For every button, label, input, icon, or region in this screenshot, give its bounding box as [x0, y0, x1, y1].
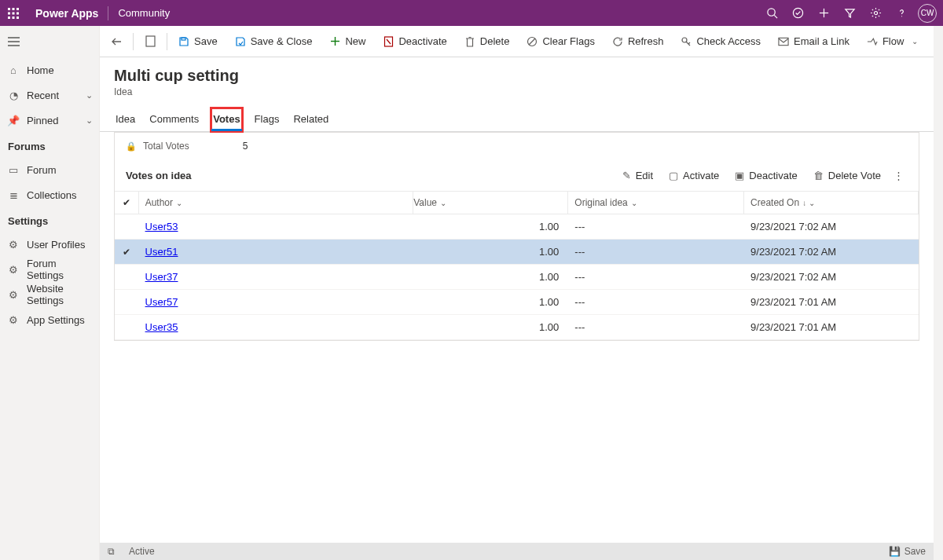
search-icon[interactable] — [759, 0, 785, 26]
save-close-button[interactable]: Save & Close — [227, 29, 321, 54]
nav-pinned[interactable]: 📌Pinned⌄ — [0, 108, 99, 133]
email-link-button[interactable]: Email a Link — [770, 29, 857, 54]
settings-gear-icon[interactable] — [863, 0, 889, 26]
nav-label: Website Settings — [27, 283, 93, 306]
environment-name[interactable]: Community — [108, 7, 179, 19]
cell-value: 1.00 — [413, 214, 568, 239]
refresh-button[interactable]: Refresh — [604, 29, 672, 54]
delete-button[interactable]: Delete — [457, 29, 518, 54]
table-row[interactable]: User371.00---9/23/2021 7:02 AM — [115, 265, 919, 290]
nav-recent[interactable]: ◔Recent⌄ — [0, 82, 99, 108]
cell-author: User35 — [139, 315, 414, 339]
author-link[interactable]: User51 — [145, 246, 178, 258]
col-created-on[interactable]: Created On ↓ ⌄ — [744, 192, 919, 214]
pencil-icon: ✎ — [622, 170, 631, 181]
help-icon[interactable] — [889, 0, 915, 26]
right-scrollbar[interactable] — [934, 26, 943, 560]
check-access-button[interactable]: Check Access — [673, 29, 769, 54]
nav-home[interactable]: ⌂Home — [0, 57, 99, 82]
back-button[interactable] — [103, 29, 130, 54]
nav-app-settings[interactable]: ⚙App Settings — [0, 307, 99, 332]
gear-icon: ⚙ — [8, 289, 19, 301]
clear-flags-button[interactable]: Clear Flags — [519, 29, 602, 54]
assistant-icon[interactable] — [785, 0, 811, 26]
row-select[interactable]: ✔ — [115, 240, 139, 264]
grid-header: ✔ Author⌄ Value⌄ Original idea⌄ Created … — [115, 191, 919, 214]
gear-icon: ⚙ — [8, 239, 19, 251]
cmd-label: Delete — [480, 35, 510, 47]
cell-author: User37 — [139, 265, 414, 289]
edit-button[interactable]: ✎Edit — [615, 163, 661, 188]
cmd-label: Clear Flags — [542, 35, 594, 47]
activate-button[interactable]: ▢Activate — [661, 163, 727, 188]
nav-user-profiles[interactable]: ⚙User Profiles — [0, 232, 99, 257]
cmd-label: Flow — [882, 35, 904, 47]
tab-votes[interactable]: Votes — [211, 108, 241, 131]
cell-original-idea: --- — [568, 240, 744, 264]
row-select[interactable] — [115, 290, 139, 314]
cell-author: User53 — [139, 214, 414, 239]
author-link[interactable]: User37 — [145, 271, 178, 283]
pin-icon: 📌 — [8, 115, 19, 126]
nav-website-settings[interactable]: ⚙Website Settings — [0, 282, 99, 307]
nav-forum[interactable]: ▭Forum — [0, 157, 99, 182]
table-row[interactable]: User351.00---9/23/2021 7:01 AM — [115, 315, 919, 340]
tab-flags[interactable]: Flags — [253, 108, 281, 131]
new-button[interactable]: New — [321, 29, 373, 54]
save-button[interactable]: Save — [171, 29, 226, 54]
svg-rect-7 — [12, 16, 14, 19]
filter-icon[interactable] — [837, 0, 863, 26]
col-original-idea[interactable]: Original idea⌄ — [568, 192, 744, 214]
list-icon: ≣ — [8, 189, 19, 201]
row-select[interactable] — [115, 265, 139, 289]
nav-forum-settings[interactable]: ⚙Forum Settings — [0, 257, 99, 282]
deactivate-grid-button[interactable]: ▣Deactivate — [727, 163, 805, 188]
votes-card: 🔒 Total Votes 5 Votes on idea ✎Edit ▢Act… — [114, 132, 919, 341]
flow-button[interactable]: Flow⌄ — [859, 29, 926, 54]
tab-related[interactable]: Related — [292, 108, 330, 131]
svg-point-14 — [874, 11, 877, 14]
forum-icon: ▭ — [8, 164, 19, 176]
cell-created-on: 9/23/2021 7:02 AM — [744, 240, 919, 264]
user-avatar[interactable]: CW — [918, 4, 937, 23]
author-link[interactable]: User57 — [145, 296, 178, 308]
col-select[interactable]: ✔ — [115, 192, 139, 214]
row-select[interactable] — [115, 315, 139, 339]
table-row[interactable]: ✔User511.00---9/23/2021 7:02 AM — [115, 240, 919, 265]
waffle-icon[interactable] — [0, 0, 26, 26]
sort-desc-icon: ↓ ⌄ — [802, 199, 815, 207]
row-select[interactable] — [115, 214, 139, 239]
nav-collections[interactable]: ≣Collections — [0, 182, 99, 207]
content-area: 🔒 Total Votes 5 Votes on idea ✎Edit ▢Act… — [100, 132, 934, 543]
cmd-label: Save & Close — [251, 35, 313, 47]
more-commands-icon[interactable]: ⋮ — [889, 170, 908, 181]
deactivate-button[interactable]: Deactivate — [375, 29, 454, 54]
check-icon: ✔ — [123, 197, 130, 208]
nav-label: User Profiles — [27, 239, 93, 251]
hamburger-icon[interactable] — [0, 26, 99, 57]
nav-label: App Settings — [27, 314, 93, 326]
clock-icon: ◔ — [8, 90, 19, 101]
trash-icon — [464, 36, 475, 47]
cmd-label: Deactivate — [398, 35, 446, 47]
tab-idea[interactable]: Idea — [114, 108, 137, 131]
col-value[interactable]: Value⌄ — [413, 192, 568, 214]
open-record-set-button[interactable] — [137, 29, 163, 54]
cell-original-idea: --- — [568, 290, 744, 314]
svg-point-15 — [901, 16, 902, 16]
author-link[interactable]: User35 — [145, 321, 178, 333]
add-icon[interactable] — [811, 0, 837, 26]
main-region: Save Save & Close New Deactivate Delete … — [100, 26, 934, 560]
table-row[interactable]: User531.00---9/23/2021 7:02 AM — [115, 214, 919, 240]
table-row[interactable]: User571.00---9/23/2021 7:01 AM — [115, 290, 919, 315]
plus-icon — [329, 36, 340, 46]
popout-icon[interactable]: ⧉ — [108, 546, 115, 557]
cmd-label: New — [345, 35, 365, 47]
col-author[interactable]: Author⌄ — [139, 192, 414, 214]
activate-icon: ▢ — [669, 170, 678, 181]
author-link[interactable]: User53 — [145, 221, 178, 232]
save-footer-button[interactable]: 💾Save — [889, 546, 926, 557]
tab-comments[interactable]: Comments — [148, 108, 200, 131]
delete-vote-button[interactable]: 🗑Delete Vote — [805, 163, 889, 188]
cell-value: 1.00 — [413, 265, 568, 289]
